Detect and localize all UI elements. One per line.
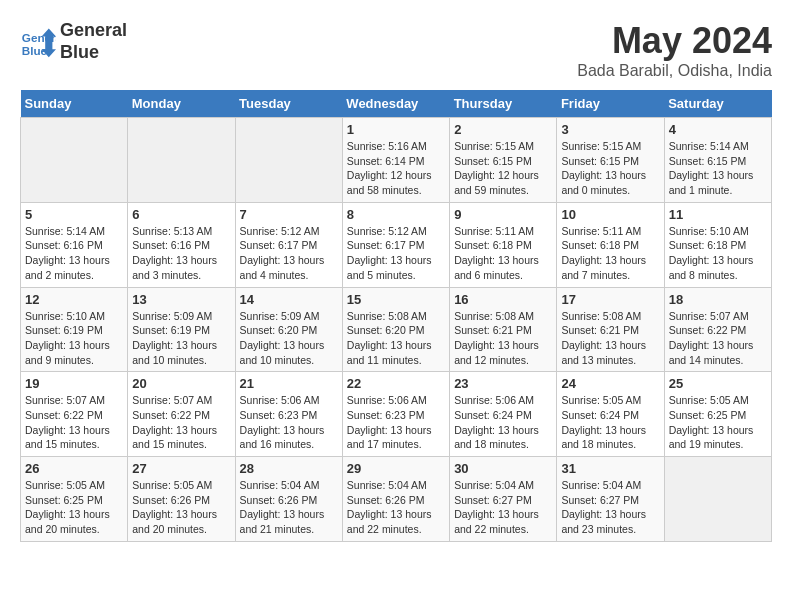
day-header-monday: Monday: [128, 90, 235, 118]
day-header-wednesday: Wednesday: [342, 90, 449, 118]
day-number: 22: [347, 376, 445, 391]
day-number: 24: [561, 376, 659, 391]
day-info: Sunrise: 5:12 AMSunset: 6:17 PMDaylight:…: [347, 224, 445, 283]
calendar-cell: 22Sunrise: 5:06 AMSunset: 6:23 PMDayligh…: [342, 372, 449, 457]
day-info: Sunrise: 5:05 AMSunset: 6:25 PMDaylight:…: [25, 478, 123, 537]
day-info: Sunrise: 5:05 AMSunset: 6:24 PMDaylight:…: [561, 393, 659, 452]
calendar-cell: 25Sunrise: 5:05 AMSunset: 6:25 PMDayligh…: [664, 372, 771, 457]
calendar-cell: 10Sunrise: 5:11 AMSunset: 6:18 PMDayligh…: [557, 202, 664, 287]
day-number: 25: [669, 376, 767, 391]
calendar-cell: 18Sunrise: 5:07 AMSunset: 6:22 PMDayligh…: [664, 287, 771, 372]
day-info: Sunrise: 5:06 AMSunset: 6:24 PMDaylight:…: [454, 393, 552, 452]
day-header-tuesday: Tuesday: [235, 90, 342, 118]
day-number: 1: [347, 122, 445, 137]
day-number: 26: [25, 461, 123, 476]
calendar-cell: [128, 118, 235, 203]
week-row-5: 26Sunrise: 5:05 AMSunset: 6:25 PMDayligh…: [21, 457, 772, 542]
day-info: Sunrise: 5:07 AMSunset: 6:22 PMDaylight:…: [132, 393, 230, 452]
calendar-cell: 28Sunrise: 5:04 AMSunset: 6:26 PMDayligh…: [235, 457, 342, 542]
day-info: Sunrise: 5:08 AMSunset: 6:21 PMDaylight:…: [561, 309, 659, 368]
day-number: 12: [25, 292, 123, 307]
day-number: 28: [240, 461, 338, 476]
day-info: Sunrise: 5:06 AMSunset: 6:23 PMDaylight:…: [347, 393, 445, 452]
day-info: Sunrise: 5:10 AMSunset: 6:19 PMDaylight:…: [25, 309, 123, 368]
page-header: General Blue General Blue May 2024 Bada …: [20, 20, 772, 80]
calendar-cell: [235, 118, 342, 203]
day-number: 17: [561, 292, 659, 307]
day-number: 14: [240, 292, 338, 307]
day-info: Sunrise: 5:14 AMSunset: 6:16 PMDaylight:…: [25, 224, 123, 283]
calendar-body: 1Sunrise: 5:16 AMSunset: 6:14 PMDaylight…: [21, 118, 772, 542]
day-info: Sunrise: 5:16 AMSunset: 6:14 PMDaylight:…: [347, 139, 445, 198]
day-info: Sunrise: 5:15 AMSunset: 6:15 PMDaylight:…: [561, 139, 659, 198]
day-info: Sunrise: 5:09 AMSunset: 6:19 PMDaylight:…: [132, 309, 230, 368]
calendar-cell: 6Sunrise: 5:13 AMSunset: 6:16 PMDaylight…: [128, 202, 235, 287]
calendar-cell: 11Sunrise: 5:10 AMSunset: 6:18 PMDayligh…: [664, 202, 771, 287]
day-number: 3: [561, 122, 659, 137]
day-info: Sunrise: 5:13 AMSunset: 6:16 PMDaylight:…: [132, 224, 230, 283]
calendar-cell: 20Sunrise: 5:07 AMSunset: 6:22 PMDayligh…: [128, 372, 235, 457]
subtitle: Bada Barabil, Odisha, India: [577, 62, 772, 80]
calendar-cell: 23Sunrise: 5:06 AMSunset: 6:24 PMDayligh…: [450, 372, 557, 457]
day-header-friday: Friday: [557, 90, 664, 118]
calendar-cell: 9Sunrise: 5:11 AMSunset: 6:18 PMDaylight…: [450, 202, 557, 287]
calendar-cell: 4Sunrise: 5:14 AMSunset: 6:15 PMDaylight…: [664, 118, 771, 203]
calendar-cell: 19Sunrise: 5:07 AMSunset: 6:22 PMDayligh…: [21, 372, 128, 457]
calendar-cell: 17Sunrise: 5:08 AMSunset: 6:21 PMDayligh…: [557, 287, 664, 372]
calendar-header: SundayMondayTuesdayWednesdayThursdayFrid…: [21, 90, 772, 118]
day-info: Sunrise: 5:12 AMSunset: 6:17 PMDaylight:…: [240, 224, 338, 283]
day-number: 13: [132, 292, 230, 307]
day-number: 19: [25, 376, 123, 391]
calendar-cell: 31Sunrise: 5:04 AMSunset: 6:27 PMDayligh…: [557, 457, 664, 542]
calendar-cell: 29Sunrise: 5:04 AMSunset: 6:26 PMDayligh…: [342, 457, 449, 542]
week-row-3: 12Sunrise: 5:10 AMSunset: 6:19 PMDayligh…: [21, 287, 772, 372]
day-number: 20: [132, 376, 230, 391]
header-row: SundayMondayTuesdayWednesdayThursdayFrid…: [21, 90, 772, 118]
calendar-cell: 26Sunrise: 5:05 AMSunset: 6:25 PMDayligh…: [21, 457, 128, 542]
calendar-cell: 21Sunrise: 5:06 AMSunset: 6:23 PMDayligh…: [235, 372, 342, 457]
day-number: 18: [669, 292, 767, 307]
logo-icon: General Blue: [20, 24, 56, 60]
day-info: Sunrise: 5:07 AMSunset: 6:22 PMDaylight:…: [25, 393, 123, 452]
calendar-cell: 27Sunrise: 5:05 AMSunset: 6:26 PMDayligh…: [128, 457, 235, 542]
title-block: May 2024 Bada Barabil, Odisha, India: [577, 20, 772, 80]
calendar-cell: 24Sunrise: 5:05 AMSunset: 6:24 PMDayligh…: [557, 372, 664, 457]
day-number: 30: [454, 461, 552, 476]
day-info: Sunrise: 5:08 AMSunset: 6:21 PMDaylight:…: [454, 309, 552, 368]
day-info: Sunrise: 5:14 AMSunset: 6:15 PMDaylight:…: [669, 139, 767, 198]
week-row-2: 5Sunrise: 5:14 AMSunset: 6:16 PMDaylight…: [21, 202, 772, 287]
calendar-cell: 30Sunrise: 5:04 AMSunset: 6:27 PMDayligh…: [450, 457, 557, 542]
logo-line2: Blue: [60, 42, 99, 62]
day-number: 29: [347, 461, 445, 476]
logo: General Blue General Blue: [20, 20, 127, 63]
calendar-cell: 7Sunrise: 5:12 AMSunset: 6:17 PMDaylight…: [235, 202, 342, 287]
day-number: 9: [454, 207, 552, 222]
day-number: 31: [561, 461, 659, 476]
main-title: May 2024: [577, 20, 772, 62]
day-info: Sunrise: 5:04 AMSunset: 6:27 PMDaylight:…: [561, 478, 659, 537]
calendar-cell: 16Sunrise: 5:08 AMSunset: 6:21 PMDayligh…: [450, 287, 557, 372]
day-number: 27: [132, 461, 230, 476]
day-header-thursday: Thursday: [450, 90, 557, 118]
calendar-cell: 3Sunrise: 5:15 AMSunset: 6:15 PMDaylight…: [557, 118, 664, 203]
calendar-cell: 8Sunrise: 5:12 AMSunset: 6:17 PMDaylight…: [342, 202, 449, 287]
calendar-cell: 13Sunrise: 5:09 AMSunset: 6:19 PMDayligh…: [128, 287, 235, 372]
day-number: 15: [347, 292, 445, 307]
calendar-cell: 1Sunrise: 5:16 AMSunset: 6:14 PMDaylight…: [342, 118, 449, 203]
day-info: Sunrise: 5:06 AMSunset: 6:23 PMDaylight:…: [240, 393, 338, 452]
day-number: 21: [240, 376, 338, 391]
logo-line1: General: [60, 20, 127, 40]
day-number: 8: [347, 207, 445, 222]
day-info: Sunrise: 5:04 AMSunset: 6:26 PMDaylight:…: [240, 478, 338, 537]
calendar-table: SundayMondayTuesdayWednesdayThursdayFrid…: [20, 90, 772, 542]
calendar-cell: [664, 457, 771, 542]
day-number: 10: [561, 207, 659, 222]
calendar-cell: 14Sunrise: 5:09 AMSunset: 6:20 PMDayligh…: [235, 287, 342, 372]
calendar-cell: [21, 118, 128, 203]
day-number: 6: [132, 207, 230, 222]
day-header-sunday: Sunday: [21, 90, 128, 118]
calendar-cell: 12Sunrise: 5:10 AMSunset: 6:19 PMDayligh…: [21, 287, 128, 372]
day-header-saturday: Saturday: [664, 90, 771, 118]
day-number: 23: [454, 376, 552, 391]
day-info: Sunrise: 5:08 AMSunset: 6:20 PMDaylight:…: [347, 309, 445, 368]
